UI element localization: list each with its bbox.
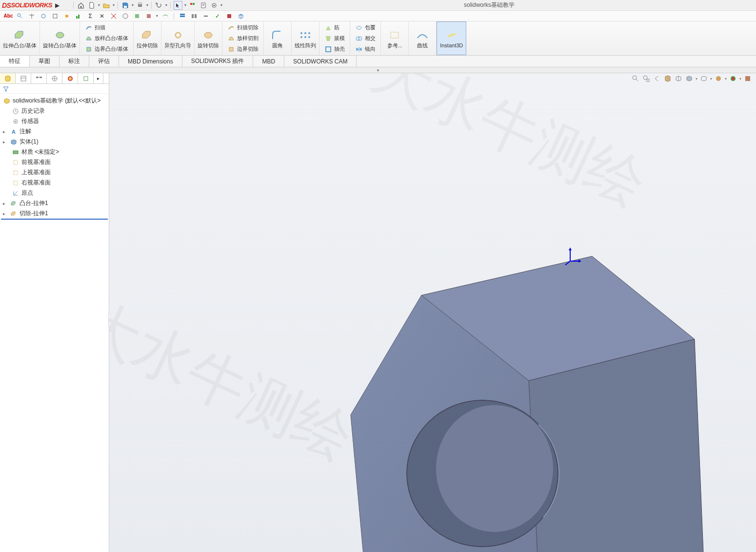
config-manager-tab[interactable] <box>31 73 47 83</box>
sigma-icon[interactable]: Σ <box>86 12 95 20</box>
menu-expand-icon[interactable]: ▶ <box>54 1 60 10</box>
extrude-boss-button[interactable]: 拉伸凸台/基体 <box>3 29 37 48</box>
dropdown-icon[interactable]: ▾ <box>696 77 697 81</box>
tab-sketch[interactable]: 草图 <box>30 56 60 67</box>
wrap-button[interactable]: 包覆 <box>353 23 378 33</box>
swept-boss-button[interactable]: 扫描 <box>83 23 130 33</box>
swept-cut-button[interactable]: 扫描切除 <box>225 23 260 33</box>
home-icon[interactable] <box>77 1 85 10</box>
boundary-boss-button[interactable]: 边界凸台/基体 <box>83 44 130 54</box>
cam-tree-tab[interactable] <box>78 73 94 83</box>
document-props-icon[interactable] <box>199 1 208 10</box>
tree-cut-extrude1[interactable]: ▸切除-拉伸1 <box>1 208 108 220</box>
stop-icon[interactable] <box>225 12 234 20</box>
tree-top-plane[interactable]: 上视基准面 <box>1 167 108 178</box>
hole-wizard-button[interactable]: 异型孔向导 <box>164 29 191 48</box>
curves-button[interactable]: 曲线 <box>412 29 433 48</box>
dropdown-icon[interactable]: ▾ <box>156 14 158 18</box>
display-style-icon[interactable] <box>685 74 694 83</box>
expand-icon[interactable]: ▸ <box>3 201 8 206</box>
tree-annotations[interactable]: ▸A注解 <box>1 126 108 137</box>
tree-right-plane[interactable]: 右视基准面 <box>1 178 108 188</box>
tree-sensors[interactable]: 传感器 <box>1 116 108 126</box>
tab-mbd[interactable]: MBD <box>253 56 284 67</box>
panel-toggle-bar[interactable] <box>0 67 756 73</box>
check-icon[interactable]: ✓ <box>213 12 222 20</box>
expand-icon[interactable]: ▸ <box>3 211 8 216</box>
tab-features[interactable]: 特征 <box>0 56 30 67</box>
options-icon[interactable] <box>210 1 219 10</box>
dropdown-icon[interactable]: ▾ <box>98 3 100 7</box>
thickness-icon[interactable] <box>201 12 210 20</box>
tree-material[interactable]: 材质 <未指定> <box>1 147 108 157</box>
hide-show-icon[interactable] <box>699 74 708 83</box>
tab-addins[interactable]: SOLIDWORKS 插件 <box>182 56 254 67</box>
zebra-icon[interactable] <box>121 12 130 20</box>
graphics-viewport[interactable]: ▾ ▾ ▾ ▾ 大水牛测绘 大水牛测绘 <box>109 73 756 552</box>
print-icon[interactable] <box>136 1 144 10</box>
ref-geom-button[interactable]: 参考... <box>384 29 405 48</box>
spell-check-icon[interactable]: Abc <box>4 12 13 20</box>
dropdown-icon[interactable]: ▾ <box>710 77 712 81</box>
section-view-icon[interactable] <box>663 74 672 83</box>
sketch-check-icon[interactable] <box>109 12 118 20</box>
expand-tab[interactable]: ▸ <box>94 73 103 83</box>
view-orientation-icon[interactable] <box>674 74 683 83</box>
draft-button[interactable]: 拔模 <box>322 34 347 43</box>
section-props-icon[interactable] <box>51 12 60 20</box>
dropdown-icon[interactable]: ▾ <box>739 77 741 81</box>
zoom-fit-icon[interactable] <box>631 74 640 83</box>
dimxpert-tab[interactable] <box>47 73 62 83</box>
lofted-cut-button[interactable]: 放样切割 <box>225 34 260 43</box>
sensor-icon[interactable] <box>62 12 71 20</box>
tree-origin[interactable]: 原点 <box>1 188 108 198</box>
config-icon[interactable] <box>178 12 187 20</box>
tree-filter[interactable] <box>0 84 109 94</box>
tree-root[interactable]: solidworks基础教学 (默认<<默认> <box>1 96 108 106</box>
draft-analysis-icon[interactable] <box>133 12 141 20</box>
cube-icon[interactable] <box>237 12 245 20</box>
linear-pattern-button[interactable]: 线性阵列 <box>295 29 316 48</box>
mirror-button[interactable]: 镜向 <box>353 44 378 54</box>
tab-mbd-dim[interactable]: MBD Dimensions <box>119 56 182 67</box>
zoom-area-icon[interactable] <box>642 74 651 83</box>
tree-boss-extrude1[interactable]: ▸凸台-拉伸1 <box>1 198 108 208</box>
tree-history[interactable]: 历史记录 <box>1 106 108 116</box>
dropdown-icon[interactable]: ▾ <box>725 77 727 81</box>
statistics-icon[interactable] <box>74 12 83 20</box>
tab-evaluate[interactable]: 评估 <box>89 56 119 67</box>
boundary-cut-button[interactable]: 边界切除 <box>225 44 260 54</box>
lofted-boss-button[interactable]: 放样凸台/基体 <box>83 34 130 43</box>
tree-solid-bodies[interactable]: ▸实体(1) <box>1 137 108 147</box>
mass-props-icon[interactable] <box>39 12 48 20</box>
tab-cam[interactable]: SOLIDWORKS CAM <box>284 56 357 67</box>
parting-line-icon[interactable] <box>161 12 170 20</box>
tree-front-plane[interactable]: 前视基准面 <box>1 157 108 167</box>
revolve-cut-button[interactable]: 旋转切除 <box>198 29 219 48</box>
select-icon[interactable] <box>174 1 182 10</box>
dropdown-icon[interactable]: ▾ <box>146 3 148 7</box>
save-icon[interactable] <box>121 1 130 10</box>
previous-view-icon[interactable] <box>653 74 661 83</box>
shell-button[interactable]: 抽壳 <box>322 44 347 54</box>
dropdown-icon[interactable]: ▾ <box>184 3 186 7</box>
rib-button[interactable]: 筋 <box>322 23 347 33</box>
property-manager-tab[interactable] <box>16 73 31 83</box>
tab-annotate[interactable]: 标注 <box>60 56 89 67</box>
balance-icon[interactable] <box>27 12 36 20</box>
magnify-icon[interactable] <box>16 12 24 20</box>
new-file-icon[interactable] <box>87 1 96 10</box>
display-manager-tab[interactable] <box>62 73 78 83</box>
instant3d-button[interactable]: Instant3D <box>440 29 463 48</box>
dropdown-icon[interactable]: ▾ <box>165 3 167 7</box>
rebuild-icon[interactable] <box>188 1 197 10</box>
compare-icon[interactable] <box>190 12 199 20</box>
undercut-icon[interactable] <box>144 12 153 20</box>
undo-icon[interactable] <box>155 1 163 10</box>
open-file-icon[interactable] <box>102 1 111 10</box>
revolve-boss-button[interactable]: 旋转凸台/基体 <box>43 29 77 48</box>
expand-icon[interactable]: ▸ <box>3 140 8 144</box>
dropdown-icon[interactable]: ▾ <box>113 3 115 7</box>
wrench-icon[interactable]: ✕ <box>98 12 106 20</box>
expand-icon[interactable]: ▸ <box>3 129 8 134</box>
